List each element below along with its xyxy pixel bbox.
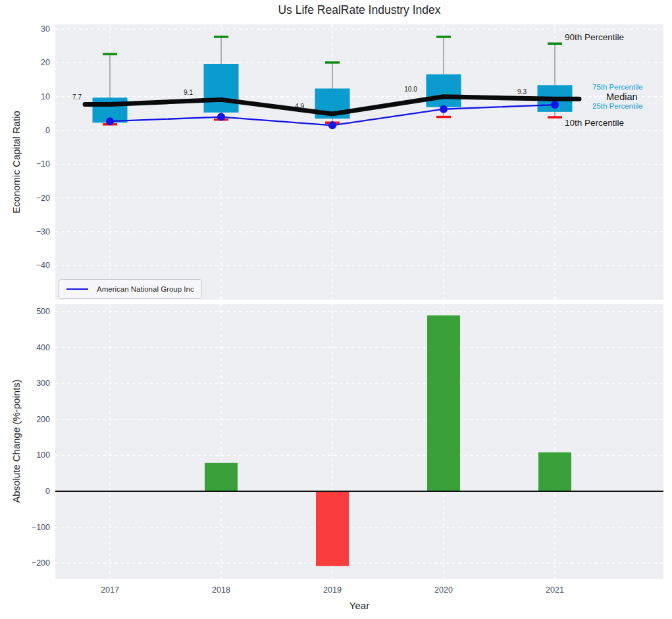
top-y-tick-label: −10 (20, 158, 50, 170)
x-tick-label-2018: 2018 (201, 584, 241, 596)
median-value-label-2019: 4.9 (295, 103, 304, 110)
median-value-label-2020: 10.0 (404, 86, 417, 93)
x-axis-label: Year (55, 600, 663, 611)
median-value-label-2017: 7.7 (72, 94, 82, 101)
bottom-y-tick-label: 0 (20, 485, 50, 497)
top-y-tick-label: −30 (20, 226, 50, 238)
bottom-y-tick-label: 200 (20, 414, 50, 425)
bottom-plot-area (55, 304, 663, 579)
company-point-2019 (328, 121, 336, 129)
bottom-y-tick-label: −100 (20, 522, 50, 533)
company-point-2017 (106, 117, 114, 125)
legend: American National Group Inc (59, 279, 202, 299)
x-tick-label-2021: 2021 (535, 584, 575, 596)
legend-line-sample-icon (66, 288, 88, 290)
box-2020 (426, 74, 461, 107)
bar-2020 (427, 315, 460, 491)
box-2018 (204, 64, 239, 113)
top-y-tick-label: 0 (20, 124, 50, 136)
bottom-y-tick-label: 100 (20, 449, 50, 461)
company-point-2018 (217, 113, 225, 121)
annotation-90th-percentile: 90th Percentile (565, 32, 624, 42)
legend-label: American National Group Inc (97, 285, 194, 293)
figure: Us Life RealRate Industry Index Economic… (0, 0, 672, 619)
top-y-tick-label: 30 (20, 23, 50, 35)
bottom-y-tick-label: 400 (20, 342, 50, 354)
top-plot-area (55, 24, 663, 300)
top-y-tick-label: 20 (20, 57, 50, 68)
bottom-y-tick-label: 300 (20, 377, 50, 389)
chart-title: Us Life RealRate Industry Index (55, 3, 663, 17)
company-point-2021 (551, 101, 559, 109)
bar-2018 (205, 463, 238, 491)
annotation-75th-percentile: 75th Percentile (592, 83, 643, 91)
chart-canvas (0, 0, 672, 619)
top-y-tick-label: 10 (20, 91, 50, 103)
x-tick-label-2017: 2017 (90, 584, 130, 596)
bar-2021 (538, 452, 571, 491)
x-tick-label-2020: 2020 (424, 584, 463, 596)
bottom-y-tick-label: −200 (20, 557, 50, 569)
bottom-y-axis-label: Absolute Change (%-points) (11, 379, 22, 503)
annotation-25th-percentile: 25th Percentile (592, 102, 643, 110)
bar-2019 (316, 491, 349, 566)
top-y-tick-label: −20 (20, 192, 50, 204)
median-value-label-2018: 9.1 (184, 88, 193, 95)
annotation-10th-percentile: 10th Percentile (565, 118, 624, 128)
top-y-tick-label: −40 (20, 259, 50, 271)
x-tick-label-2019: 2019 (313, 584, 352, 596)
company-point-2020 (440, 105, 448, 113)
annotation-median: Median (606, 92, 638, 102)
bottom-y-tick-label: 500 (20, 306, 50, 317)
median-value-label-2021: 9.3 (517, 88, 527, 95)
